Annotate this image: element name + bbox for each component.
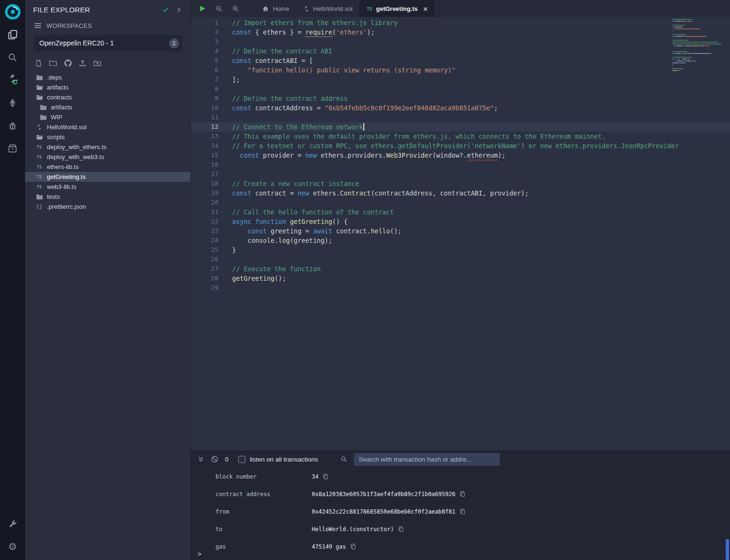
copy-icon[interactable] <box>398 526 404 532</box>
file-item-helloworld-sol[interactable]: HelloWorld.sol <box>25 122 190 132</box>
upload-files-icon[interactable] <box>78 59 87 67</box>
code-line-22[interactable]: 22async function getGreeting() { <box>191 217 730 226</box>
code-editor[interactable]: 1// Import ethers from the ethers.js lib… <box>191 17 730 451</box>
code-line-9[interactable]: 9// Define the contract address <box>191 94 730 103</box>
file-item-deploy-with-web3-ts[interactable]: TSdeploy_with_web3.ts <box>25 152 190 162</box>
github-clone-icon[interactable] <box>63 59 72 67</box>
code-line-16[interactable]: 16 <box>191 160 730 169</box>
line-content: // This example uses the default provide… <box>232 132 605 141</box>
code-line-2[interactable]: 2const { ethers } = require('ethers'); <box>191 27 730 37</box>
line-number: 27 <box>191 264 218 274</box>
file-item-getgreeting-ts[interactable]: TSgetGreeting.ts <box>25 172 190 182</box>
code-line-21[interactable]: 21// Call the hello function of the cont… <box>191 207 730 217</box>
copy-icon[interactable] <box>350 543 356 550</box>
file-item-deps[interactable]: .deps <box>25 72 190 82</box>
tx-detail-value: 475149 gas <box>312 543 346 550</box>
file-tree: .depsartifactscontractsartifactsWIPHello… <box>25 72 190 212</box>
terminal-prompt[interactable]: > <box>198 550 201 558</box>
code-line-7[interactable]: 7]; <box>191 75 730 84</box>
minimap[interactable] <box>672 19 725 74</box>
zoom-in-icon[interactable] <box>231 4 240 13</box>
code-line-24[interactable]: 24 console.log(greeting); <box>191 236 730 245</box>
settings-gear-icon[interactable]: ⚙ <box>7 540 19 552</box>
file-item-deploy-with-ethers-ts[interactable]: TSdeploy_with_ethers.ts <box>25 142 190 152</box>
file-item-artifacts[interactable]: artifacts <box>25 102 190 112</box>
code-line-20[interactable]: 20 <box>191 198 730 207</box>
copy-icon[interactable] <box>323 473 329 480</box>
file-item-prettierrc-json[interactable]: {}.prettierrc.json <box>25 202 190 212</box>
search-icon[interactable] <box>7 51 19 63</box>
tx-detail-row-gas: gas475149 gas <box>191 538 730 555</box>
file-item-scripts[interactable]: scripts <box>25 132 190 142</box>
code-line-10[interactable]: 10const contractAddress = "0xb54febb5c0c… <box>191 103 730 113</box>
code-line-5[interactable]: 5const contractABI = [ <box>191 56 730 65</box>
run-script-play-icon[interactable] <box>198 4 207 13</box>
line-number: 13 <box>191 132 218 141</box>
code-line-8[interactable]: 8 <box>191 84 730 94</box>
tab-home[interactable]: Home <box>255 0 297 17</box>
upload-folder-icon[interactable] <box>93 59 101 67</box>
remix-logo-icon[interactable] <box>4 3 22 21</box>
code-line-12[interactable]: 12// Connect to the Ethereum network <box>191 122 730 132</box>
terminal-panel: 0 listen on all transactions block numbe… <box>191 451 730 560</box>
copy-icon[interactable] <box>460 491 466 497</box>
minimap-line <box>672 44 725 44</box>
file-explorer-panel: FILE EXPLORER WORKSPACES OpenZeppelin ER… <box>25 0 191 560</box>
code-line-15[interactable]: 15 const provider = new ethers.providers… <box>191 151 730 160</box>
copy-icon[interactable] <box>460 508 466 515</box>
code-line-19[interactable]: 19const contract = new ethers.Contract(c… <box>191 188 730 198</box>
minimap-line <box>672 62 725 63</box>
tab-getgreeting-ts[interactable]: TSgetGreeting.ts× <box>360 0 434 17</box>
code-line-1[interactable]: 1// Import ethers from the ethers.js lib… <box>191 18 730 27</box>
clear-console-icon[interactable] <box>210 455 218 463</box>
code-line-28[interactable]: 28getGreeting(); <box>191 274 730 283</box>
confirm-check-icon[interactable] <box>162 6 169 13</box>
minimap-line <box>672 64 725 65</box>
code-line-17[interactable]: 17 <box>191 169 730 179</box>
code-line-11[interactable]: 11 <box>191 113 730 122</box>
code-line-14[interactable]: 14// For a testnet or custom RPC, use et… <box>191 141 730 151</box>
file-label: web3-lib.ts <box>47 183 76 190</box>
workspaces-menu-icon[interactable] <box>34 22 42 29</box>
file-item-artifacts[interactable]: artifacts <box>25 82 190 92</box>
code-line-25[interactable]: 25} <box>191 245 730 255</box>
close-tab-icon[interactable]: × <box>424 5 428 12</box>
minimap-line <box>672 38 725 39</box>
line-content: const contractAddress = "0xb54febb5c0c0f… <box>232 103 498 113</box>
file-item-contracts[interactable]: contracts <box>25 92 190 102</box>
plugin-manager-icon[interactable] <box>7 142 19 154</box>
minimap-line <box>672 61 725 62</box>
create-file-icon[interactable] <box>34 59 43 67</box>
code-line-23[interactable]: 23 const greeting = await contract.hello… <box>191 226 730 236</box>
terminal-collapse-chevrons-icon[interactable] <box>197 455 205 463</box>
file-item-web3-lib-ts[interactable]: TSweb3-lib.ts <box>25 182 190 192</box>
file-explorer-icon[interactable] <box>7 28 19 41</box>
file-label: artifacts <box>47 84 69 91</box>
minimap-line <box>672 72 725 73</box>
file-item-wip[interactable]: WIP <box>25 112 190 122</box>
listen-all-transactions-checkbox[interactable] <box>238 456 245 463</box>
file-item-ethers-lib-ts[interactable]: TSethers-lib.ts <box>25 162 190 172</box>
code-line-27[interactable]: 27// Execute the function <box>191 264 730 274</box>
solidity-compiler-icon[interactable] <box>7 74 19 86</box>
code-line-18[interactable]: 18// Create a new contract instance <box>191 179 730 188</box>
deploy-and-run-icon[interactable] <box>7 97 19 109</box>
file-item-tests[interactable]: tests <box>25 192 190 202</box>
code-line-6[interactable]: 6 "function hello() public view returns … <box>191 65 730 75</box>
code-line-4[interactable]: 4// Define the contract ABI <box>191 46 730 56</box>
collapse-panel-chevron-icon[interactable] <box>176 7 182 13</box>
scrollbar-thumb[interactable] <box>726 539 729 560</box>
code-line-26[interactable]: 26 <box>191 255 730 264</box>
code-line-29[interactable]: 29 <box>191 283 730 293</box>
zoom-out-icon[interactable] <box>215 4 223 13</box>
debugger-icon[interactable] <box>7 119 19 132</box>
workspace-select[interactable]: OpenZeppelin ERC20 - 1 <box>34 35 182 51</box>
wrench-icon[interactable] <box>7 517 19 530</box>
terminal-search-input[interactable] <box>354 453 500 466</box>
line-number: 16 <box>191 160 218 169</box>
tab-helloworld-sol[interactable]: HelloWorld.sol <box>297 0 360 17</box>
create-folder-icon[interactable] <box>49 59 57 67</box>
line-number: 5 <box>191 56 218 65</box>
code-line-3[interactable]: 3 <box>191 37 730 46</box>
code-line-13[interactable]: 13// This example uses the default provi… <box>191 132 730 141</box>
